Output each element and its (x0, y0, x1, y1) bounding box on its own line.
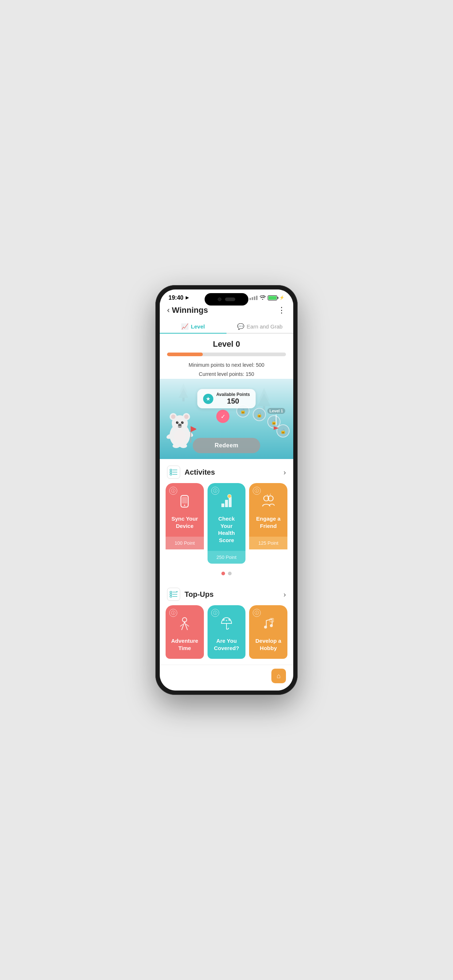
bottom-nav: ⌂ (160, 665, 293, 690)
pagination-dots (160, 570, 293, 581)
svg-marker-4 (179, 388, 188, 398)
card-engage-title: Engage a Friend (254, 515, 283, 530)
charging-icon: ⚡ (279, 295, 284, 300)
tree-left (178, 382, 189, 404)
topups-title: Top-Ups (185, 590, 214, 599)
topups-icon: + (167, 588, 180, 601)
topups-title-wrap: + Top-Ups (167, 588, 214, 601)
dynamic-island (205, 293, 248, 305)
svg-text:+: + (176, 591, 178, 593)
topups-cards-row: ⓘ Adventure Time (160, 605, 293, 665)
card-covered-info-btn[interactable]: ⓘ (211, 609, 219, 617)
status-icons: ⚡ (249, 295, 284, 301)
card-health-icon (219, 493, 234, 512)
svg-point-12 (176, 422, 179, 424)
card-hobby-title: Develop a Hobby (254, 637, 283, 652)
tab-level[interactable]: 📈 Level (160, 320, 226, 333)
game-map: ✓ 🔒 🔒 🔒 🔒 Level 1 ★ (160, 379, 293, 459)
progress-bar (167, 353, 286, 356)
svg-rect-25 (170, 471, 172, 473)
card-adventure-title: Adventure Time (170, 637, 199, 652)
svg-point-50 (222, 619, 225, 621)
card-engage-points: 125 Point (249, 537, 287, 549)
level-section: Level 0 Minimum points to next level: 50… (160, 334, 293, 379)
svg-rect-5 (182, 398, 185, 401)
card-sync-title: Sync Your Device (170, 515, 199, 530)
level-title: Level 0 (167, 339, 286, 349)
home-button[interactable]: ⌂ (271, 669, 286, 683)
card-hobby-icon (260, 616, 276, 634)
location-icon: ▶ (186, 295, 188, 300)
tab-earn[interactable]: 💬 Earn and Grab (226, 320, 293, 333)
svg-point-19 (172, 444, 180, 448)
svg-point-36 (228, 495, 231, 498)
card-adventure[interactable]: ⓘ Adventure Time (166, 605, 204, 659)
topups-arrow[interactable]: › (283, 590, 286, 599)
camera-dot (218, 298, 222, 301)
redeem-button[interactable]: Redeem (193, 438, 260, 453)
activities-section-header: Activites › (160, 459, 293, 483)
header-title: Winnings (172, 305, 208, 315)
svg-rect-35 (229, 497, 231, 507)
dot-1 (222, 572, 225, 575)
card-health-info-btn[interactable]: ⓘ (211, 487, 219, 495)
svg-point-21 (174, 430, 186, 443)
svg-rect-42 (170, 593, 172, 595)
dot-2 (228, 572, 231, 575)
card-adventure-icon (177, 616, 193, 634)
more-button[interactable]: ⋮ (278, 305, 286, 315)
card-engage-friend[interactable]: ⓘ Engage a Friend 12 (249, 483, 287, 564)
checkpoint-0: ✓ (216, 410, 230, 423)
svg-rect-43 (170, 596, 172, 597)
phone-screen: 19:40 ▶ ⚡ (160, 290, 293, 690)
svg-rect-41 (170, 591, 172, 593)
speaker-bar (225, 298, 235, 301)
battery-icon (268, 295, 277, 301)
card-sync-device[interactable]: ⓘ Sync Your Device 100 Point (166, 483, 204, 564)
points-info: Minimum points to next level: 500 Curren… (167, 361, 286, 379)
svg-rect-33 (222, 503, 224, 507)
svg-line-40 (270, 494, 271, 495)
card-sync-info-btn[interactable]: ⓘ (169, 487, 177, 495)
activities-arrow[interactable]: › (283, 468, 286, 477)
progress-fill (167, 353, 203, 356)
card-hobby-info-btn[interactable]: ⓘ (253, 609, 261, 617)
svg-rect-34 (225, 500, 228, 507)
bear-character (163, 408, 196, 448)
svg-point-54 (270, 624, 273, 627)
back-button[interactable]: ‹ Winnings (167, 305, 208, 315)
svg-point-20 (180, 444, 187, 448)
svg-point-32 (184, 504, 185, 506)
card-engage-icon (260, 493, 276, 512)
svg-point-15 (183, 422, 183, 423)
available-points-bubble: ★ Available Points 150 (197, 389, 256, 408)
svg-point-10 (171, 415, 175, 419)
card-hobby[interactable]: ⓘ Develop a Hobby (249, 605, 287, 659)
activities-icon (167, 466, 180, 479)
svg-point-51 (228, 619, 231, 621)
points-text: Available Points 150 (216, 392, 250, 406)
card-health-score[interactable]: ⓘ Check Your Health Score 250 Point (207, 483, 246, 564)
tab-earn-icon: 💬 (237, 323, 244, 330)
svg-rect-24 (170, 469, 172, 471)
activities-title-wrap: Activites (167, 466, 215, 479)
home-icon: ⌂ (277, 672, 281, 680)
card-engage-info-btn[interactable]: ⓘ (253, 487, 261, 495)
topups-section: + Top-Ups › ⓘ (160, 581, 293, 665)
card-covered-icon (219, 616, 234, 634)
checkpoint-2: 🔒 (253, 408, 266, 421)
phone-frame: 19:40 ▶ ⚡ (155, 285, 298, 695)
signal-icon (249, 296, 257, 300)
activities-title: Activites (185, 468, 215, 477)
svg-point-52 (226, 620, 227, 621)
svg-marker-23 (191, 426, 196, 432)
card-covered[interactable]: ⓘ (207, 605, 246, 659)
level1-flag: Level 1 (267, 408, 285, 430)
svg-point-13 (181, 422, 184, 424)
card-health-points: 250 Point (207, 551, 246, 564)
topups-section-header: + Top-Ups › (160, 581, 293, 605)
svg-point-53 (264, 625, 267, 628)
svg-point-16 (178, 424, 182, 426)
card-adventure-info-btn[interactable]: ⓘ (169, 609, 177, 617)
svg-point-14 (178, 422, 179, 423)
